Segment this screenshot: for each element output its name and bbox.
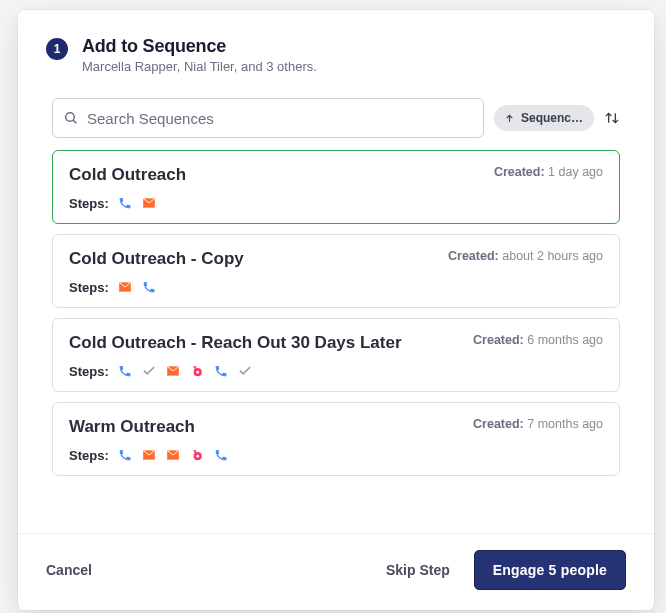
auto-icon [189,363,205,379]
sequence-steps: Steps: [69,279,603,295]
arrow-up-icon [504,113,515,124]
sequence-name: Cold Outreach - Reach Out 30 Days Later [69,333,402,353]
sequence-item-header: Cold OutreachCreated: 1 day ago [69,165,603,185]
steps-label: Steps: [69,196,109,211]
svg-point-0 [66,113,75,122]
sort-label: Sequence … [521,111,584,125]
search-icon [63,110,79,126]
phone-icon [141,279,157,295]
sequence-created: Created: 1 day ago [494,165,603,179]
steps-label: Steps: [69,280,109,295]
sequence-list: Cold OutreachCreated: 1 day agoSteps:Col… [52,150,620,476]
sequence-steps: Steps: [69,195,603,211]
search-box[interactable] [52,98,484,138]
modal-body: Sequence … Cold OutreachCreated: 1 day a… [18,84,654,533]
sequence-steps: Steps: [69,447,603,463]
steps-label: Steps: [69,364,109,379]
email-icon [165,447,181,463]
sequence-created: Created: 7 months ago [473,417,603,431]
search-input[interactable] [87,110,473,127]
engage-button[interactable]: Engage 5 people [474,550,626,590]
skip-step-button[interactable]: Skip Step [386,562,450,578]
sort-button[interactable]: Sequence … [494,105,594,131]
cancel-button[interactable]: Cancel [46,562,92,578]
header-text: Add to Sequence Marcella Rapper, Nial Ti… [82,36,317,74]
sequence-created: Created: about 2 hours ago [448,249,603,263]
sequence-name: Cold Outreach - Copy [69,249,244,269]
search-row: Sequence … [52,98,620,138]
sequence-item[interactable]: Cold Outreach - Reach Out 30 Days LaterC… [52,318,620,392]
sequence-created: Created: 6 months ago [473,333,603,347]
email-icon [141,447,157,463]
check-icon [237,363,253,379]
phone-icon [117,363,133,379]
sequence-item-header: Cold Outreach - CopyCreated: about 2 hou… [69,249,603,269]
check-icon [141,363,157,379]
svg-point-3 [197,371,200,374]
steps-label: Steps: [69,448,109,463]
email-icon [117,279,133,295]
phone-icon [117,195,133,211]
phone-icon [213,363,229,379]
sequence-name: Cold Outreach [69,165,186,185]
phone-icon [117,447,133,463]
step-indicator: 1 [46,38,68,60]
email-icon [141,195,157,211]
auto-icon [189,447,205,463]
email-icon [165,363,181,379]
add-to-sequence-modal: 1 Add to Sequence Marcella Rapper, Nial … [18,10,654,610]
sort-order-toggle[interactable] [604,110,620,126]
svg-line-1 [73,120,76,123]
sequence-item[interactable]: Warm OutreachCreated: 7 months agoSteps: [52,402,620,476]
modal-header: 1 Add to Sequence Marcella Rapper, Nial … [18,10,654,84]
sequence-name: Warm Outreach [69,417,195,437]
sequence-item[interactable]: Cold OutreachCreated: 1 day agoSteps: [52,150,620,224]
modal-title: Add to Sequence [82,36,317,57]
svg-point-5 [197,455,200,458]
sequence-item-header: Cold Outreach - Reach Out 30 Days LaterC… [69,333,603,353]
modal-subtitle: Marcella Rapper, Nial Tiler, and 3 other… [82,59,317,74]
phone-icon [213,447,229,463]
sequence-item[interactable]: Cold Outreach - CopyCreated: about 2 hou… [52,234,620,308]
modal-footer: Cancel Skip Step Engage 5 people [18,533,654,610]
sequence-steps: Steps: [69,363,603,379]
sequence-item-header: Warm OutreachCreated: 7 months ago [69,417,603,437]
